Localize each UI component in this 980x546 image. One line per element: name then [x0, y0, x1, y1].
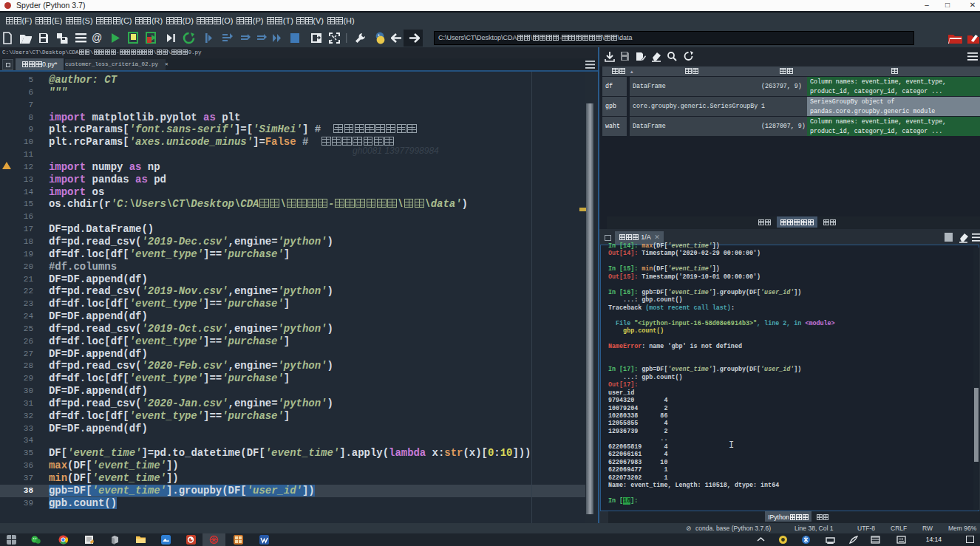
svg-text:@: @	[92, 32, 102, 44]
